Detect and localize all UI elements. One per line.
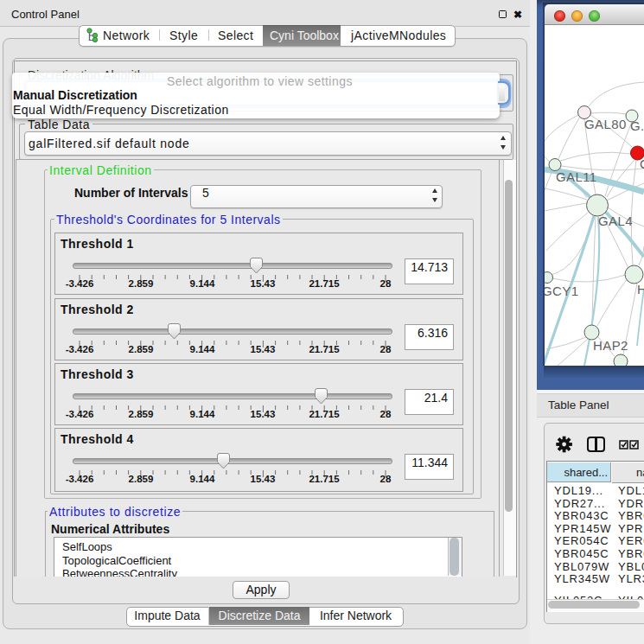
svg-text:H: H [637, 282, 644, 296]
svg-text:GAL80: GAL80 [584, 117, 627, 131]
svg-text:GAL11: GAL11 [556, 169, 597, 184]
svg-text:HAP2: HAP2 [593, 338, 628, 353]
svg-text:C: C [640, 156, 644, 171]
svg-text:GAL4: GAL4 [598, 214, 633, 228]
svg-text:G.: G. [630, 118, 644, 133]
svg-text:GCY1: GCY1 [545, 284, 578, 298]
